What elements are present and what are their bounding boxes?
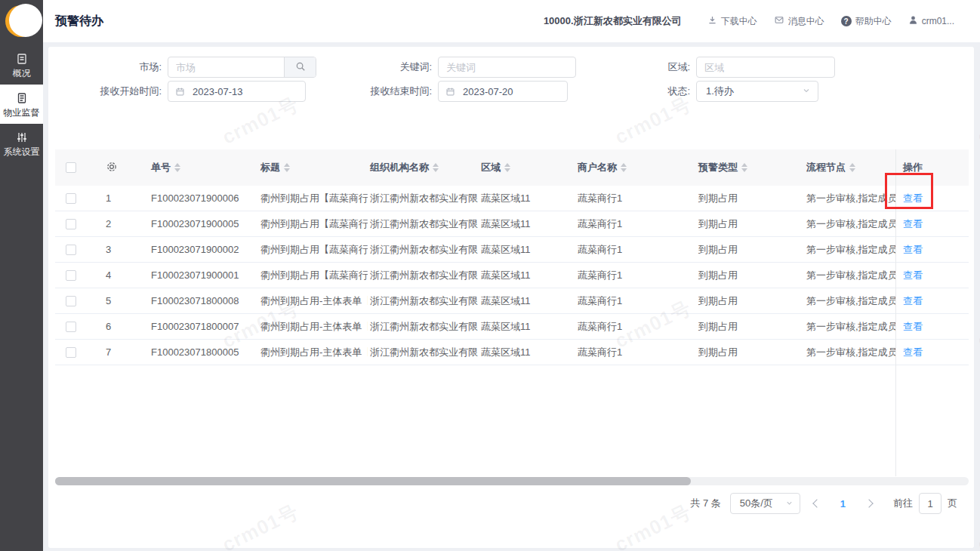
th-process-node[interactable]: 流程节点	[789, 149, 895, 186]
cell-order-no: F100023071800007	[136, 314, 249, 339]
gear-icon	[106, 161, 118, 175]
next-page-button[interactable]	[864, 499, 873, 507]
cell-region: 蔬菜区域11	[478, 186, 562, 211]
row-checkbox[interactable]	[66, 322, 76, 332]
cell-region: 蔬菜区域11	[478, 340, 562, 365]
view-link[interactable]: 查看	[903, 243, 923, 257]
start-time-label: 接收开始时间:	[48, 85, 168, 98]
download-icon	[707, 15, 717, 27]
th-title[interactable]: 标题	[249, 149, 368, 186]
row-checkbox[interactable]	[66, 193, 76, 204]
row-index: 2	[87, 211, 136, 236]
cell-region: 蔬菜区域11	[478, 288, 562, 313]
view-link[interactable]: 查看	[903, 269, 923, 282]
table-row[interactable]: 3 F100023071900002 衢州到期占用【蔬菜商行1】 浙江衢州新农都…	[55, 237, 969, 263]
view-link[interactable]: 查看	[903, 320, 923, 334]
end-time-label: 接收结束时间:	[320, 85, 438, 98]
total-count: 共 7 条	[690, 497, 720, 510]
view-link[interactable]: 查看	[903, 192, 923, 205]
list-document-icon	[0, 91, 43, 105]
status-select[interactable]: 1.待办	[696, 81, 818, 102]
cell-organization: 浙江衢州新农都实业有限公司	[368, 288, 478, 313]
region-input[interactable]	[697, 57, 834, 77]
view-link[interactable]: 查看	[903, 217, 923, 231]
row-index: 7	[87, 340, 136, 365]
th-region[interactable]: 区域	[478, 149, 562, 186]
cell-title: 衢州到期占用-主体表单【蔬菜商行1】	[249, 340, 368, 365]
row-checkbox[interactable]	[66, 219, 76, 229]
market-input[interactable]	[168, 57, 284, 77]
row-checkbox[interactable]	[66, 270, 76, 281]
filter-start-time: 接收开始时间:	[48, 81, 306, 102]
select-all-checkbox[interactable]	[66, 162, 76, 173]
fixed-column-divider	[895, 149, 896, 476]
sort-carets[interactable]	[849, 163, 855, 172]
search-icon	[295, 61, 306, 74]
row-checkbox[interactable]	[66, 245, 76, 255]
end-date-input[interactable]	[455, 82, 567, 101]
horizontal-scrollbar	[55, 477, 969, 485]
cell-alert-type: 到期占用	[683, 340, 789, 365]
start-date-input[interactable]	[185, 82, 305, 101]
goto-page-input[interactable]	[919, 493, 941, 514]
table-row[interactable]: 2 F100023071900005 衢州到期占用【蔬菜商行1】 浙江衢州新农都…	[55, 211, 969, 237]
sidebar-item-overview[interactable]: 概况	[0, 45, 43, 85]
table-row[interactable]: 7 F100023071800005 衢州到期占用-主体表单【蔬菜商行1】 浙江…	[55, 340, 969, 365]
table-row[interactable]: 6 F100023071800007 衢州到期占用-主体表单【蔬菜商行1】 浙江…	[55, 314, 969, 340]
topbar-right: 10000.浙江新农都实业有限公司 下载中心 消息中心 ? 帮助中心 crm01…	[544, 14, 954, 28]
help-center-link[interactable]: ? 帮助中心	[841, 15, 892, 28]
chevron-down-icon	[785, 498, 794, 509]
message-center-link[interactable]: 消息中心	[774, 15, 824, 28]
sidebar-item-property-supervision[interactable]: 物业监督	[0, 85, 43, 124]
table-row[interactable]: 5 F100023071800008 衢州到期占用-主体表单【蔬菜商行1】 浙江…	[55, 288, 969, 314]
cell-title: 衢州到期占用-主体表单【蔬菜商行1】	[249, 288, 368, 313]
th-order-no[interactable]: 单号	[136, 149, 249, 186]
cell-organization: 浙江衢州新农都实业有限公司	[368, 263, 478, 288]
cell-alert-type: 到期占用	[683, 211, 789, 236]
download-center-link[interactable]: 下载中心	[707, 15, 757, 28]
column-settings[interactable]	[87, 149, 136, 186]
main-panel: 市场: 关键词: 区域: 接收开始时间:	[48, 47, 974, 548]
app-logo	[5, 3, 39, 38]
view-link[interactable]: 查看	[903, 346, 923, 359]
sort-carets[interactable]	[741, 163, 747, 172]
page-title: 预警待办	[55, 14, 103, 29]
table-row[interactable]: 1 F100023071900006 衢州到期占用【蔬菜商行1】 浙江衢州新农都…	[55, 186, 969, 211]
page-size-select[interactable]: 50条/页	[730, 493, 800, 514]
table-row[interactable]: 4 F100023071900001 衢州到期占用【蔬菜商行1】 浙江衢州新农都…	[55, 263, 969, 288]
cell-alert-type: 到期占用	[683, 263, 789, 288]
th-merchant[interactable]: 商户名称	[562, 149, 683, 186]
market-label: 市场:	[48, 60, 168, 74]
row-index: 6	[87, 314, 136, 339]
cell-region: 蔬菜区域11	[478, 237, 562, 262]
view-link[interactable]: 查看	[903, 294, 923, 308]
sort-carets[interactable]	[284, 163, 290, 172]
pagination: 共 7 条 50条/页 1 前往 页	[690, 493, 957, 514]
sort-carets[interactable]	[621, 163, 627, 172]
sliders-icon	[0, 131, 43, 144]
chevron-down-icon	[802, 86, 811, 97]
row-index: 1	[87, 186, 136, 211]
sort-carets[interactable]	[504, 163, 510, 172]
sort-carets[interactable]	[174, 163, 180, 172]
row-checkbox[interactable]	[66, 296, 76, 306]
region-label: 区域:	[577, 60, 696, 74]
user-menu[interactable]: crm01...	[908, 15, 954, 27]
market-search-button[interactable]	[284, 57, 316, 77]
sort-carets[interactable]	[433, 163, 439, 172]
prev-page-button[interactable]	[812, 499, 821, 507]
company-name: 10000.浙江新农都实业有限公司	[544, 14, 682, 28]
cell-title: 衢州到期占用【蔬菜商行1】	[249, 186, 368, 211]
scrollbar-thumb[interactable]	[55, 477, 691, 485]
cell-title: 衢州到期占用【蔬菜商行1】	[249, 237, 368, 262]
keyword-input[interactable]	[439, 57, 575, 77]
cell-merchant: 蔬菜商行1	[562, 211, 683, 236]
cell-process-node: 第一步审核,指定成员(或指定角色)	[789, 263, 895, 288]
row-checkbox[interactable]	[66, 347, 76, 358]
current-page[interactable]: 1	[840, 498, 846, 509]
th-organization[interactable]: 组织机构名称	[368, 149, 478, 186]
th-alert-type[interactable]: 预警类型	[683, 149, 789, 186]
sidebar-item-system-settings[interactable]: 系统设置	[0, 124, 43, 163]
alerts-table: 单号 标题 组织机构名称 区域 商户名称 预警类型 流程节点 操作 1 F100…	[55, 149, 969, 365]
cell-order-no: F100023071900001	[136, 263, 249, 288]
